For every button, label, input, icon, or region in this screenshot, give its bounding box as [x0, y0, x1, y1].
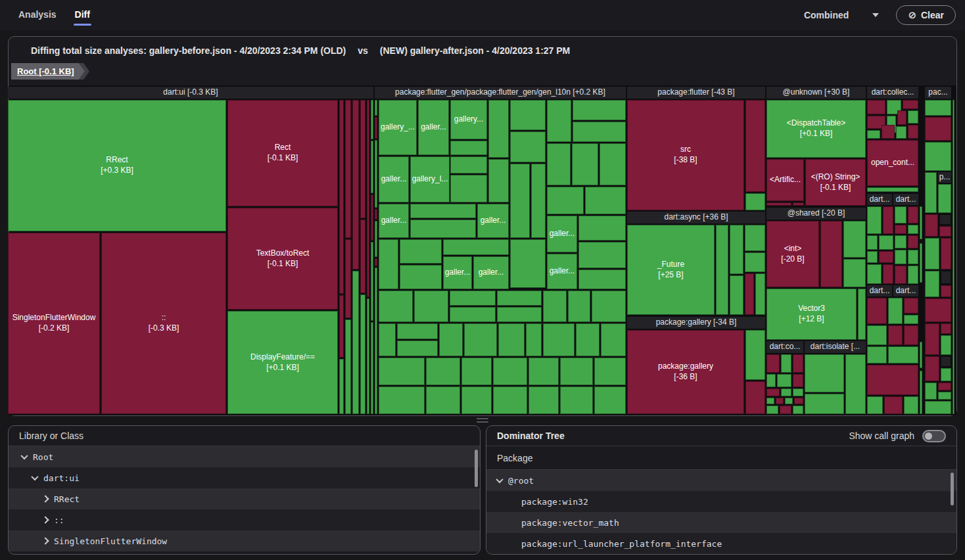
treemap-cell[interactable]: [867, 365, 918, 395]
treemap-cell[interactable]: [498, 323, 525, 356]
treemap-cell[interactable]: [888, 346, 918, 363]
treemap-cell[interactable]: [400, 239, 442, 264]
treemap-cell[interactable]: [461, 386, 492, 414]
treemap-cell[interactable]: [745, 273, 754, 315]
treemap-cell[interactable]: [375, 209, 377, 220]
treemap-cell[interactable]: [529, 358, 559, 385]
chevron-down-icon[interactable]: [31, 473, 38, 480]
treemap-cell[interactable]: [543, 291, 567, 322]
treemap-section-header[interactable]: pac...: [925, 87, 951, 99]
treemap-cell[interactable]: galler...: [547, 254, 577, 289]
treemap-cell[interactable]: [793, 388, 803, 396]
treemap-cell[interactable]: [547, 100, 571, 142]
drag-handle-icon[interactable]: [471, 417, 494, 423]
treemap-cell[interactable]: [766, 388, 780, 396]
treemap-cell[interactable]: [920, 243, 922, 283]
treemap-cell[interactable]: [560, 386, 593, 414]
treemap-cell[interactable]: [592, 291, 626, 322]
treemap-cell[interactable]: [585, 187, 626, 214]
treemap-cell[interactable]: [426, 386, 460, 414]
treemap-cell[interactable]: [895, 235, 906, 248]
treemap-cell[interactable]: [531, 164, 546, 238]
treemap-cell[interactable]: [367, 100, 369, 297]
treemap-cell[interactable]: [339, 359, 344, 414]
treemap-cell[interactable]: [781, 388, 791, 396]
treemap-cell[interactable]: [488, 159, 509, 202]
treemap-cell[interactable]: [745, 381, 765, 414]
treemap-cell[interactable]: [897, 110, 906, 125]
treemap-cell[interactable]: DisplayFeature/== [+0.1 KB]: [227, 311, 338, 414]
treemap-cell[interactable]: [745, 100, 765, 192]
treemap-cell[interactable]: [745, 330, 765, 380]
treemap-cell[interactable]: _Future [+25 B]: [627, 225, 715, 315]
treemap-cell[interactable]: [793, 374, 803, 387]
treemap-cell[interactable]: [360, 100, 365, 218]
treemap-cell[interactable]: gallery_l...: [410, 156, 450, 202]
treemap-cell[interactable]: SingletonFlutterWindow [-0.2 KB]: [8, 233, 100, 414]
treemap-cell[interactable]: [716, 225, 728, 315]
treemap-section-header[interactable]: package:gallery [-34 B]: [627, 317, 765, 329]
treemap-cell[interactable]: [766, 202, 791, 206]
show-call-graph-toggle[interactable]: [922, 430, 946, 442]
treemap-cell[interactable]: [345, 239, 351, 318]
treemap-cell[interactable]: [925, 117, 951, 141]
treemap-cell[interactable]: [884, 396, 903, 414]
treemap-cell[interactable]: [888, 325, 903, 345]
treemap-cell[interactable]: [793, 406, 803, 414]
treemap-cell[interactable]: [895, 266, 906, 284]
treemap-section-header[interactable]: dart:isolate [...: [805, 341, 866, 353]
treemap-cell[interactable]: [397, 340, 438, 356]
treemap-cell[interactable]: [845, 354, 866, 414]
clear-button[interactable]: ⊘ Clear: [896, 5, 956, 25]
treemap-cell[interactable]: [547, 143, 571, 185]
treemap-cell[interactable]: [371, 141, 373, 193]
treemap-cell[interactable]: Vector3 [+12 B]: [766, 289, 857, 340]
treemap-cell[interactable]: [867, 298, 887, 324]
treemap-cell[interactable]: [867, 235, 878, 250]
treemap-section-header[interactable]: @shared [-20 B]: [766, 208, 866, 220]
treemap-section-header[interactable]: dart:collec...: [867, 87, 918, 99]
treemap-section-header[interactable]: dart...: [893, 285, 918, 296]
treemap-cell[interactable]: [941, 356, 951, 367]
treemap-cell[interactable]: [450, 175, 487, 202]
treemap-section-header[interactable]: @unknown [+30 B]: [766, 87, 866, 99]
treemap-cell[interactable]: [543, 323, 575, 356]
treemap-cell[interactable]: [510, 131, 546, 162]
treemap-cell[interactable]: [920, 206, 922, 239]
treemap-cell[interactable]: [375, 100, 377, 116]
treemap-cell[interactable]: [339, 100, 344, 294]
treemap-cell[interactable]: [785, 398, 793, 404]
treemap-cell[interactable]: [400, 265, 442, 289]
treemap-cell[interactable]: galler...: [547, 216, 577, 252]
treemap-cell[interactable]: [925, 238, 939, 269]
tree-row[interactable]: package:vector_math: [486, 512, 956, 533]
treemap-cell[interactable]: [601, 323, 626, 356]
chevron-right-icon[interactable]: [41, 537, 49, 544]
treemap-cell[interactable]: [600, 143, 626, 185]
treemap-cell[interactable]: [941, 271, 951, 284]
treemap-cell[interactable]: [352, 271, 359, 414]
treemap-cell[interactable]: [858, 289, 866, 340]
treemap-cell[interactable]: [578, 216, 626, 241]
treemap-cell[interactable]: [895, 225, 906, 234]
treemap-cell[interactable]: [904, 325, 918, 345]
treemap-cell[interactable]: [953, 100, 954, 414]
treemap-cell[interactable]: [547, 187, 584, 214]
treemap-cell[interactable]: TextBox/toRect [-0.1 KB]: [227, 208, 338, 310]
treemap-cell[interactable]: [903, 100, 918, 109]
treemap-cell[interactable]: [375, 117, 377, 139]
treemap-cell[interactable]: [843, 259, 866, 287]
treemap-cell[interactable]: [497, 291, 542, 306]
treemap-cell[interactable]: [410, 220, 476, 238]
treemap-cell[interactable]: [941, 285, 951, 297]
treemap-cell[interactable]: [925, 298, 951, 322]
treemap-cell[interactable]: [379, 386, 425, 414]
tree-row[interactable]: Root: [9, 446, 480, 467]
chevron-right-icon[interactable]: [41, 516, 49, 523]
treemap-cell[interactable]: <int> [-20 B]: [766, 221, 819, 287]
treemap-cell[interactable]: [941, 323, 951, 334]
treemap-cell[interactable]: [367, 298, 369, 414]
treemap-cell[interactable]: [375, 258, 377, 266]
treemap-cell[interactable]: [745, 193, 765, 210]
treemap-section-header[interactable]: package:flutter [-43 B]: [627, 87, 765, 99]
